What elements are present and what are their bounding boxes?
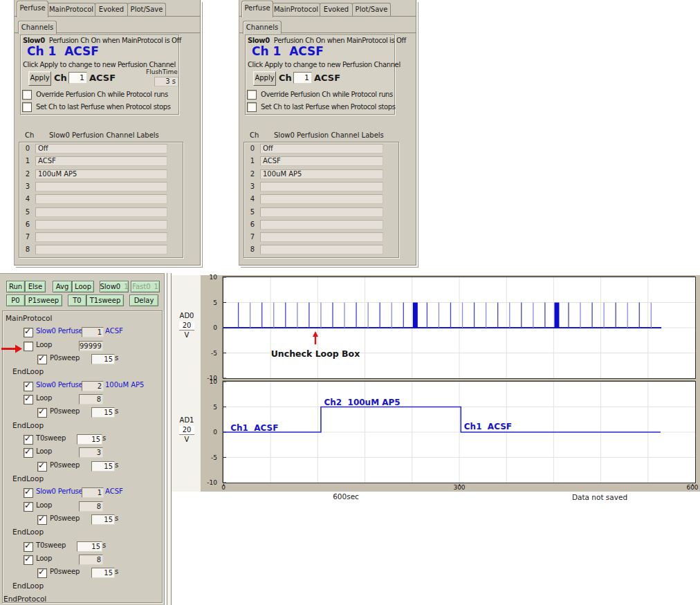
channel-label-field[interactable]	[260, 194, 383, 204]
toolbar-button-loop[interactable]: Loop	[72, 281, 94, 292]
y-axis-tick-label: 0	[199, 324, 217, 331]
checkbox-override-perfusion[interactable]	[247, 90, 257, 100]
channel-label-field[interactable]: Off	[35, 144, 167, 153]
channel-label-column	[172, 275, 201, 492]
protocol-step-value-input[interactable]: 15	[91, 514, 115, 525]
protocol-step-value-input[interactable]: 1	[82, 327, 104, 337]
protocol-step-value-input[interactable]: 8	[79, 394, 103, 404]
protocol-step-value-input[interactable]: 15	[91, 407, 115, 418]
protocol-step-checkbox-p0sweep[interactable]: ✓	[37, 568, 47, 578]
tab-mainprotocol[interactable]: MainProtocol	[272, 3, 320, 16]
protocol-step-checkbox-p0sweep[interactable]: ✓	[37, 355, 47, 364]
protocol-step-checkbox-p0sweep[interactable]: ✓	[37, 462, 47, 472]
channel-label-field[interactable]	[35, 182, 167, 192]
protocol-step-checkbox-p0sweep[interactable]: ✓	[37, 408, 47, 418]
channel-label-field[interactable]: 100uM AP5	[35, 169, 167, 179]
protocol-step-checkbox-loop[interactable]: ✓	[24, 448, 33, 458]
channel-label-field[interactable]	[260, 245, 383, 254]
toolbar-button-run[interactable]: Run	[6, 281, 25, 292]
apply-button[interactable]: Apply	[28, 71, 51, 86]
protocol-step-value-input[interactable]: 15	[91, 461, 115, 472]
protocol-step-value-input[interactable]: 99999	[79, 341, 103, 351]
perfusion-channel-input[interactable]: 1	[293, 72, 312, 84]
protocol-step-value-input[interactable]: 15	[91, 354, 115, 364]
apply-instruction: Click Apply to change to new Perfusion C…	[23, 61, 176, 68]
channel-name-label: AD0	[173, 312, 201, 319]
channel-unit-label: V	[173, 436, 201, 443]
perfusion-channel-name: ACSF	[89, 73, 116, 83]
channel-gain-field[interactable]: 20	[179, 426, 194, 435]
protocol-step-checkbox-slow0perfuse[interactable]: ✓	[24, 382, 33, 391]
channel-label-field[interactable]	[260, 207, 383, 217]
toolbar-button-slow0[interactable]: Slow01	[100, 281, 129, 292]
protocol-endloop-label: EndLoop	[12, 581, 44, 590]
protocol-step-value-input[interactable]: 15	[77, 434, 102, 445]
tab-channels[interactable]: Channels	[243, 21, 282, 34]
list-header-labels: Slow0 Perfusion Channel Labels	[49, 131, 159, 139]
check-mark-icon: ✓	[24, 554, 31, 564]
tab-plotsave[interactable]: Plot/Save	[127, 3, 166, 16]
channel-label-field[interactable]: ACSF	[260, 156, 383, 166]
tab-perfuse[interactable]: Perfuse	[241, 1, 273, 17]
perfusion-trace-label: Ch2 100uM AP5	[324, 398, 400, 407]
channel-label-field[interactable]	[35, 207, 167, 217]
channel-label-field[interactable]	[260, 232, 383, 242]
toolbar-button-avg[interactable]: Avg	[53, 281, 72, 292]
protocol-step-label: Loop	[36, 394, 52, 402]
channel-label-field[interactable]	[35, 220, 167, 230]
toolbar-button-else[interactable]: Else	[25, 281, 46, 292]
check-mark-icon: ✓	[38, 353, 45, 363]
channel-label-field[interactable]	[35, 245, 167, 254]
toolbar-button-p1sweep[interactable]: P1sweep	[25, 295, 62, 306]
channel-label-field[interactable]	[260, 182, 383, 192]
protocol-step-checkbox-slow0perfuse[interactable]: ✓	[24, 328, 33, 337]
x-axis-tick-mark	[692, 484, 693, 486]
protocol-step-checkbox-loop[interactable]: ✓	[24, 555, 33, 565]
channel-label-field[interactable]: ACSF	[35, 156, 167, 166]
protocol-step-checkbox-p0sweep[interactable]: ✓	[37, 515, 47, 525]
channel-label-field[interactable]	[35, 232, 167, 242]
channel-label-field[interactable]: Off	[260, 144, 383, 153]
channel-number: 8	[21, 245, 30, 253]
protocol-step-value-input[interactable]: 8	[79, 501, 103, 512]
channel-number: 8	[246, 245, 255, 253]
toolbar-button-p0[interactable]: P0	[6, 295, 25, 306]
channel-label-field[interactable]	[260, 220, 383, 230]
protocol-step-value-input[interactable]: 1	[82, 487, 104, 498]
apply-button[interactable]: Apply	[253, 71, 276, 86]
protocol-step-value-input[interactable]: 3	[79, 447, 103, 458]
checkbox-set-last-perfuse[interactable]	[247, 102, 257, 112]
channel-label-field[interactable]: 100uM AP5	[260, 169, 383, 179]
perfusion-channel-input[interactable]: 1	[68, 72, 87, 84]
checkbox-override-perfusion[interactable]	[22, 90, 32, 100]
ch-prefix-label: Ch	[54, 73, 67, 83]
protocol-step-checkbox-loop[interactable]: ✓	[24, 395, 33, 404]
tab-evoked[interactable]: Evoked	[320, 3, 353, 16]
checkbox-set-last-perfuse[interactable]	[22, 102, 32, 112]
tab-plotsave[interactable]: Plot/Save	[352, 3, 391, 16]
tab-evoked[interactable]: Evoked	[95, 3, 128, 16]
toolbar-button-t0[interactable]: T0	[68, 295, 86, 306]
protocol-step-value-input[interactable]: 15	[91, 568, 115, 578]
toolbar-button-fast0: Fast01	[131, 281, 160, 292]
channel-label-field[interactable]	[35, 194, 167, 204]
protocol-step-checkbox-slow0perfuse[interactable]: ✓	[24, 488, 33, 498]
protocol-step-value-input[interactable]: 15	[77, 541, 102, 552]
protocol-step-checkbox-t0sweep[interactable]: ✓	[24, 435, 33, 445]
protocol-step-checkbox-t0sweep[interactable]: ✓	[24, 542, 33, 552]
tab-perfuse[interactable]: Perfuse	[17, 1, 48, 17]
y-axis-tick-label: 10	[199, 274, 217, 281]
protocol-step-checkbox-loop[interactable]: ✓	[24, 502, 33, 512]
toolbar-button-delay[interactable]: Delay	[129, 295, 158, 306]
tab-mainprotocol[interactable]: MainProtocol	[47, 3, 95, 16]
protocol-step-label: Loop	[36, 501, 52, 509]
time-scale-label: 600sec	[322, 492, 370, 501]
protocol-step-checkbox-loop[interactable]	[24, 342, 33, 351]
tab-channels[interactable]: Channels	[18, 21, 57, 34]
panel-splitter[interactable]	[167, 273, 172, 605]
channel-gain-field[interactable]: 20	[179, 322, 194, 331]
toolbar-button-t1sweep[interactable]: T1sweep	[86, 295, 124, 306]
protocol-step-value-input[interactable]: 8	[79, 555, 103, 565]
flushtime-value-field[interactable]: 3 s	[154, 77, 178, 86]
protocol-step-value-input[interactable]: 2	[82, 381, 104, 391]
